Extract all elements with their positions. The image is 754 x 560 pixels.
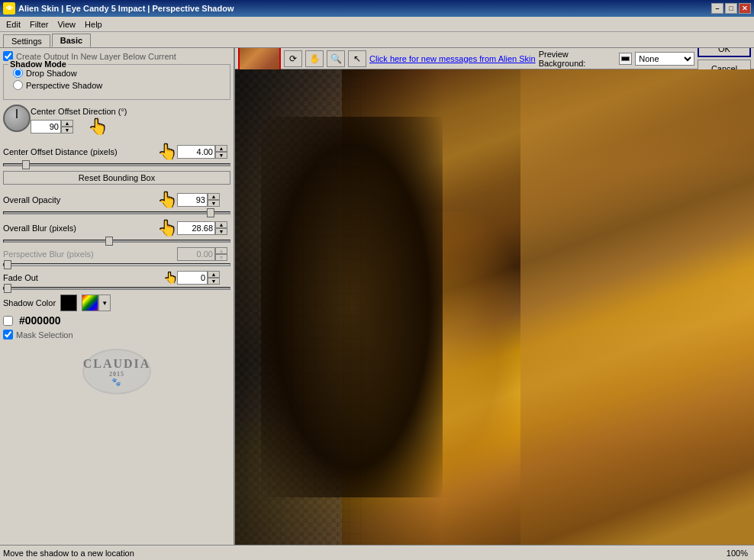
center-offset-dist-section: Center Offset Distance (pixels) 👆 ▲ ▼ <box>3 143 230 171</box>
persp-blur-spinners: ▲ ▼ <box>215 247 227 261</box>
window-controls: – □ ✕ <box>711 3 751 14</box>
perspective-blur-input-group: ▲ ▼ <box>177 247 230 261</box>
preview-area[interactable] <box>235 69 754 545</box>
color-palette-group: ▼ <box>82 294 111 311</box>
fade-out-spin-down[interactable]: ▼ <box>208 278 220 285</box>
menu-help[interactable]: Help <box>80 19 107 30</box>
shadow-color-label: Shadow Color <box>3 298 56 307</box>
right-side-figure <box>520 69 754 545</box>
perspective-blur-input <box>177 247 215 261</box>
perspective-blur-section: Perspective Blur (pixels) ▲ ▼ <box>3 247 230 271</box>
center-offset-dist-row: Center Offset Distance (pixels) 👆 ▲ ▼ <box>3 143 230 161</box>
persp-blur-spin-down: ▼ <box>215 254 227 261</box>
watermark-text: CLAUDIA <box>83 357 151 371</box>
tool-pan-button[interactable]: ✋ <box>305 50 324 67</box>
mask-selection-row: Mask Selection <box>3 330 230 340</box>
center-offset-dir-label: Center Offset Direction (°) <box>31 107 230 116</box>
app-icon: 👁 <box>3 2 15 14</box>
shadow-mode-title: Shadow Mode <box>8 60 68 69</box>
blur-spin-up[interactable]: ▲ <box>215 221 227 228</box>
fade-out-spin-up[interactable]: ▲ <box>208 271 220 278</box>
overall-blur-slider[interactable] <box>3 240 230 243</box>
menu-filter[interactable]: Filter <box>25 19 53 30</box>
tab-settings[interactable]: Settings <box>3 34 50 47</box>
zoom-level: 100% <box>727 549 748 558</box>
tab-basic[interactable]: Basic <box>52 34 91 47</box>
perspective-blur-slider <box>3 263 230 266</box>
dial-container <box>3 105 31 132</box>
overall-opacity-input-group: ▲ ▼ <box>177 193 230 207</box>
mask-selection-label: Mask Selection <box>16 330 73 340</box>
drop-shadow-row: Drop Shadow <box>13 68 227 78</box>
fade-out-row: Fade Out 👆 ▲ ▼ <box>3 271 230 285</box>
tool-refresh-button[interactable]: ⟳ <box>284 50 302 67</box>
menu-edit[interactable]: Edit <box>2 19 25 30</box>
dir-spin-down[interactable]: ▼ <box>61 127 73 134</box>
color-dropdown-button[interactable]: ▼ <box>98 294 111 311</box>
checker-grid <box>235 69 365 545</box>
center-offset-dist-input[interactable] <box>177 145 215 159</box>
opacity-spin-down[interactable]: ▼ <box>208 200 220 207</box>
preview-toolbar: ⟳ ✋ 🔍 ↖ Click here for new messages from… <box>235 48 754 69</box>
perspective-shadow-row: Perspective Shadow <box>13 80 227 90</box>
fade-out-spinners: ▲ ▼ <box>208 271 220 285</box>
blur-spinners: ▲ ▼ <box>215 221 227 235</box>
center-offset-dir-input[interactable] <box>31 120 61 134</box>
perspective-shadow-label: Perspective Shadow <box>26 81 102 90</box>
preview-bg-select[interactable]: None <box>635 52 694 66</box>
minimize-button[interactable]: – <box>711 3 723 14</box>
preview-bg-color[interactable] <box>619 53 633 65</box>
shadow-color-row: Shadow Color ▼ <box>3 294 230 311</box>
tool-zoom-button[interactable]: 🔍 <box>327 50 345 67</box>
shadow-mode-frame: Shadow Mode Drop Shadow Perspective Shad… <box>3 64 230 100</box>
titlebar: 👁 Alien Skin | Eye Candy 5 Impact | Pers… <box>0 0 754 17</box>
center-offset-dist-input-group: ▲ ▼ <box>177 145 230 159</box>
blur-spin-down[interactable]: ▼ <box>215 228 227 235</box>
color-palette-button[interactable] <box>82 294 98 311</box>
reflect-checkbox[interactable] <box>3 316 13 326</box>
overall-opacity-label: Overall Opacity <box>3 195 158 204</box>
fade-out-section: Fade Out 👆 ▲ ▼ <box>3 271 230 294</box>
perspective-blur-row: Perspective Blur (pixels) ▲ ▼ <box>3 247 230 261</box>
preview-bg-label: Preview Background: <box>539 50 616 68</box>
overall-blur-input-group: ▲ ▼ <box>177 221 230 235</box>
overall-opacity-slider[interactable] <box>3 211 230 214</box>
overall-blur-input[interactable] <box>177 221 215 235</box>
dist-spin-down[interactable]: ▼ <box>215 152 227 159</box>
hex-reflect-row: #000000 <box>3 314 230 327</box>
overall-opacity-section: Overall Opacity 👆 ▲ ▼ <box>3 191 230 219</box>
center-offset-dist-label: Center Offset Distance (pixels) <box>3 147 158 156</box>
tool-pointer-button[interactable]: ↖ <box>348 50 366 67</box>
maximize-button[interactable]: □ <box>725 3 737 14</box>
center-offset-dist-slider[interactable] <box>3 163 230 166</box>
mask-selection-checkbox[interactable] <box>3 330 13 340</box>
ok-button[interactable]: OK <box>698 48 751 57</box>
alien-skin-link[interactable]: Click here for new messages from Alien S… <box>369 54 536 63</box>
dist-spinners: ▲ ▼ <box>215 145 227 159</box>
preview-bg-row: Preview Background: None <box>539 50 694 68</box>
watermark-sub: 2015 <box>109 371 124 378</box>
reset-bounding-box-button[interactable]: Reset Bounding Box <box>3 171 230 185</box>
opacity-spinners: ▲ ▼ <box>208 193 220 207</box>
close-button[interactable]: ✕ <box>739 3 751 14</box>
status-text: Move the shadow to a new location <box>3 549 727 558</box>
perspective-shadow-radio[interactable] <box>13 80 23 90</box>
shadow-color-hex: #000000 <box>19 314 61 327</box>
tab-bar: Settings Basic <box>0 32 754 48</box>
shadow-color-swatch[interactable] <box>60 294 77 311</box>
menu-view[interactable]: View <box>53 19 80 30</box>
dist-spin-up[interactable]: ▲ <box>215 145 227 152</box>
overall-opacity-input[interactable] <box>177 193 208 207</box>
statusbar: Move the shadow to a new location 100% <box>0 545 754 560</box>
direction-dial[interactable] <box>3 105 31 132</box>
drop-shadow-radio[interactable] <box>13 68 23 78</box>
watermark-icon: 🐾 <box>111 378 122 386</box>
dir-spin-up[interactable]: ▲ <box>61 120 73 127</box>
shadow-mode-group: Drop Shadow Perspective Shadow <box>10 68 227 90</box>
opacity-spin-up[interactable]: ▲ <box>208 193 220 200</box>
fade-out-slider[interactable] <box>3 287 230 290</box>
fade-out-input[interactable] <box>177 271 208 285</box>
overall-opacity-row: Overall Opacity 👆 ▲ ▼ <box>3 191 230 209</box>
center-offset-dir-section: Center Offset Direction (°) ▲ ▼ 👆 <box>31 107 230 136</box>
watermark: CLAUDIA 2015 🐾 <box>82 349 151 394</box>
